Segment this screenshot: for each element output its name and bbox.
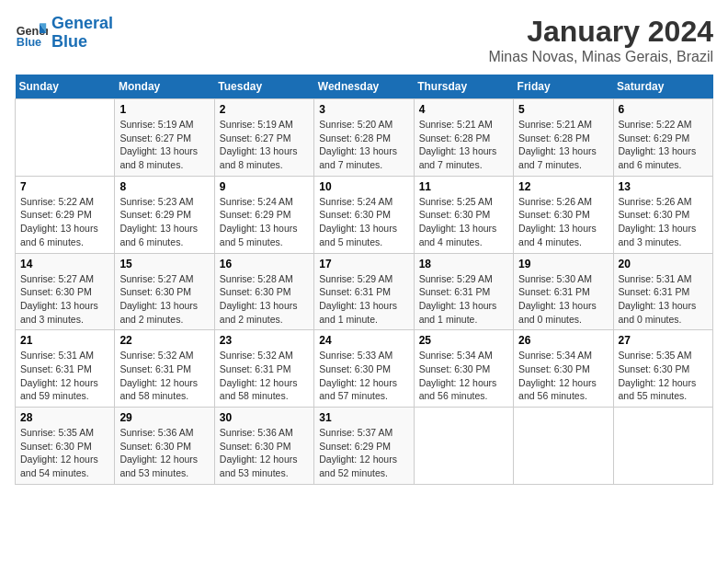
- day-number: 16: [220, 258, 309, 270]
- day-number: 31: [319, 411, 408, 424]
- weekday-header-saturday: Saturday: [613, 75, 712, 99]
- calendar-body: 1Sunrise: 5:19 AM Sunset: 6:27 PM Daylig…: [16, 99, 713, 485]
- day-number: 1: [119, 103, 209, 116]
- day-info: Sunrise: 5:32 AM Sunset: 6:31 PM Dayligh…: [119, 349, 209, 403]
- day-info: Sunrise: 5:23 AM Sunset: 6:29 PM Dayligh…: [119, 195, 209, 249]
- calendar-day: 4Sunrise: 5:21 AM Sunset: 6:28 PM Daylig…: [414, 99, 513, 177]
- day-number: 9: [220, 180, 309, 193]
- day-info: Sunrise: 5:35 AM Sunset: 6:30 PM Dayligh…: [619, 349, 708, 403]
- day-info: Sunrise: 5:21 AM Sunset: 6:28 PM Dayligh…: [419, 118, 508, 172]
- calendar-day: 5Sunrise: 5:21 AM Sunset: 6:28 PM Daylig…: [514, 99, 613, 177]
- weekday-header-friday: Friday: [514, 75, 613, 99]
- page-subtitle: Minas Novas, Minas Gerais, Brazil: [488, 49, 713, 65]
- day-number: 5: [518, 103, 608, 116]
- calendar-day: 6Sunrise: 5:22 AM Sunset: 6:29 PM Daylig…: [613, 99, 712, 177]
- calendar-day: [16, 99, 115, 177]
- calendar-week-5: 28Sunrise: 5:35 AM Sunset: 6:30 PM Dayli…: [16, 408, 713, 485]
- calendar-day: [514, 408, 613, 485]
- calendar-day: 21Sunrise: 5:31 AM Sunset: 6:31 PM Dayli…: [16, 330, 115, 408]
- calendar-day: 9Sunrise: 5:24 AM Sunset: 6:29 PM Daylig…: [214, 176, 313, 253]
- calendar-day: 16Sunrise: 5:28 AM Sunset: 6:30 PM Dayli…: [214, 253, 313, 330]
- calendar-day: 30Sunrise: 5:36 AM Sunset: 6:30 PM Dayli…: [214, 408, 313, 485]
- day-info: Sunrise: 5:26 AM Sunset: 6:30 PM Dayligh…: [619, 195, 708, 249]
- day-number: 23: [220, 334, 309, 347]
- day-number: 30: [220, 411, 309, 424]
- day-info: Sunrise: 5:27 AM Sunset: 6:30 PM Dayligh…: [119, 272, 209, 327]
- page-header: General Blue General Blue January 2024 M…: [15, 15, 713, 65]
- day-number: 2: [220, 103, 309, 116]
- day-info: Sunrise: 5:25 AM Sunset: 6:30 PM Dayligh…: [419, 195, 508, 249]
- day-number: 3: [319, 103, 408, 116]
- day-info: Sunrise: 5:29 AM Sunset: 6:31 PM Dayligh…: [419, 272, 508, 327]
- calendar-table: SundayMondayTuesdayWednesdayThursdayFrid…: [15, 75, 713, 485]
- calendar-day: 18Sunrise: 5:29 AM Sunset: 6:31 PM Dayli…: [414, 253, 513, 330]
- calendar-week-3: 14Sunrise: 5:27 AM Sunset: 6:30 PM Dayli…: [16, 253, 713, 330]
- weekday-header-monday: Monday: [115, 75, 214, 99]
- calendar-day: 22Sunrise: 5:32 AM Sunset: 6:31 PM Dayli…: [115, 330, 214, 408]
- day-info: Sunrise: 5:19 AM Sunset: 6:27 PM Dayligh…: [220, 118, 309, 172]
- day-info: Sunrise: 5:35 AM Sunset: 6:30 PM Dayligh…: [20, 426, 109, 480]
- calendar-day: 8Sunrise: 5:23 AM Sunset: 6:29 PM Daylig…: [115, 176, 214, 253]
- day-info: Sunrise: 5:27 AM Sunset: 6:30 PM Dayligh…: [20, 272, 109, 327]
- calendar-day: 15Sunrise: 5:27 AM Sunset: 6:30 PM Dayli…: [115, 253, 214, 330]
- calendar-day: 28Sunrise: 5:35 AM Sunset: 6:30 PM Dayli…: [16, 408, 115, 485]
- day-number: 27: [619, 334, 708, 347]
- day-number: 4: [419, 103, 508, 116]
- day-info: Sunrise: 5:19 AM Sunset: 6:27 PM Dayligh…: [119, 118, 209, 172]
- calendar-day: [613, 408, 712, 485]
- calendar-day: 10Sunrise: 5:24 AM Sunset: 6:30 PM Dayli…: [314, 176, 414, 253]
- svg-text:Blue: Blue: [17, 35, 41, 48]
- day-info: Sunrise: 5:31 AM Sunset: 6:31 PM Dayligh…: [20, 349, 109, 403]
- logo-icon: General Blue: [15, 17, 48, 50]
- calendar-day: 26Sunrise: 5:34 AM Sunset: 6:30 PM Dayli…: [514, 330, 613, 408]
- day-info: Sunrise: 5:29 AM Sunset: 6:31 PM Dayligh…: [319, 272, 408, 327]
- calendar-week-2: 7Sunrise: 5:22 AM Sunset: 6:29 PM Daylig…: [16, 176, 713, 253]
- day-number: 20: [619, 258, 708, 270]
- day-number: 28: [20, 411, 109, 424]
- day-info: Sunrise: 5:32 AM Sunset: 6:31 PM Dayligh…: [220, 349, 309, 403]
- calendar-day: 27Sunrise: 5:35 AM Sunset: 6:30 PM Dayli…: [613, 330, 712, 408]
- calendar-day: 13Sunrise: 5:26 AM Sunset: 6:30 PM Dayli…: [613, 176, 712, 253]
- day-info: Sunrise: 5:33 AM Sunset: 6:30 PM Dayligh…: [319, 349, 408, 403]
- day-info: Sunrise: 5:21 AM Sunset: 6:28 PM Dayligh…: [518, 118, 608, 172]
- day-number: 17: [319, 258, 408, 270]
- day-info: Sunrise: 5:34 AM Sunset: 6:30 PM Dayligh…: [419, 349, 508, 403]
- calendar-day: 7Sunrise: 5:22 AM Sunset: 6:29 PM Daylig…: [16, 176, 115, 253]
- day-number: 7: [20, 180, 109, 193]
- day-number: 22: [119, 334, 209, 347]
- day-number: 24: [319, 334, 408, 347]
- day-number: 26: [518, 334, 608, 347]
- calendar-week-4: 21Sunrise: 5:31 AM Sunset: 6:31 PM Dayli…: [16, 330, 713, 408]
- page-title: January 2024: [488, 15, 713, 49]
- calendar-day: 17Sunrise: 5:29 AM Sunset: 6:31 PM Dayli…: [314, 253, 414, 330]
- weekday-header-wednesday: Wednesday: [314, 75, 414, 99]
- day-number: 15: [119, 258, 209, 270]
- day-number: 18: [419, 258, 508, 270]
- day-info: Sunrise: 5:36 AM Sunset: 6:30 PM Dayligh…: [220, 426, 309, 480]
- day-number: 13: [619, 180, 708, 193]
- day-number: 10: [319, 180, 408, 193]
- calendar-day: 1Sunrise: 5:19 AM Sunset: 6:27 PM Daylig…: [115, 99, 214, 177]
- calendar-day: 20Sunrise: 5:31 AM Sunset: 6:31 PM Dayli…: [613, 253, 712, 330]
- day-info: Sunrise: 5:20 AM Sunset: 6:28 PM Dayligh…: [319, 118, 408, 172]
- day-info: Sunrise: 5:22 AM Sunset: 6:29 PM Dayligh…: [619, 118, 708, 172]
- calendar-day: 2Sunrise: 5:19 AM Sunset: 6:27 PM Daylig…: [214, 99, 313, 177]
- calendar-day: 12Sunrise: 5:26 AM Sunset: 6:30 PM Dayli…: [514, 176, 613, 253]
- day-info: Sunrise: 5:34 AM Sunset: 6:30 PM Dayligh…: [518, 349, 608, 403]
- day-info: Sunrise: 5:31 AM Sunset: 6:31 PM Dayligh…: [619, 272, 708, 327]
- calendar-day: 24Sunrise: 5:33 AM Sunset: 6:30 PM Dayli…: [314, 330, 414, 408]
- calendar-day: 25Sunrise: 5:34 AM Sunset: 6:30 PM Dayli…: [414, 330, 513, 408]
- day-number: 19: [518, 258, 608, 270]
- day-info: Sunrise: 5:22 AM Sunset: 6:29 PM Dayligh…: [20, 195, 109, 249]
- day-number: 12: [518, 180, 608, 193]
- calendar-day: 31Sunrise: 5:37 AM Sunset: 6:29 PM Dayli…: [314, 408, 414, 485]
- title-block: January 2024 Minas Novas, Minas Gerais, …: [488, 15, 713, 65]
- day-number: 21: [20, 334, 109, 347]
- day-info: Sunrise: 5:24 AM Sunset: 6:30 PM Dayligh…: [319, 195, 408, 249]
- day-number: 11: [419, 180, 508, 193]
- day-info: Sunrise: 5:28 AM Sunset: 6:30 PM Dayligh…: [220, 272, 309, 327]
- calendar-day: [414, 408, 513, 485]
- day-info: Sunrise: 5:30 AM Sunset: 6:31 PM Dayligh…: [518, 272, 608, 327]
- day-number: 8: [119, 180, 209, 193]
- day-info: Sunrise: 5:37 AM Sunset: 6:29 PM Dayligh…: [319, 426, 408, 480]
